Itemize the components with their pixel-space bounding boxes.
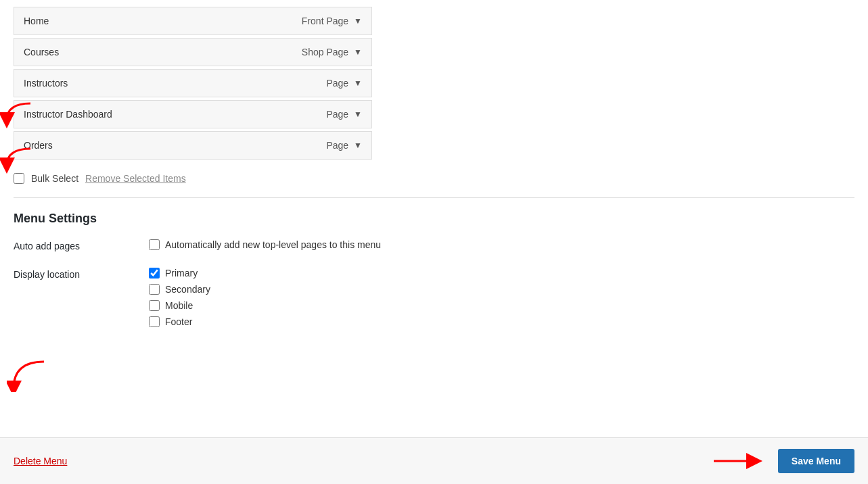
bulk-select-label: Bulk Select (31, 173, 78, 184)
display-location-row: Display location Primary Secondary Mobil… (14, 268, 854, 333)
remove-selected-button[interactable]: Remove Selected Items (85, 173, 186, 184)
auto-add-control: Automatically add new top-level pages to… (149, 239, 854, 256)
location-label-secondary[interactable]: Secondary (165, 284, 210, 295)
display-location-control: Primary Secondary Mobile Footer (149, 268, 854, 333)
location-checkbox-primary[interactable] (149, 268, 160, 279)
menu-item-right: Front Page ▼ (302, 16, 362, 26)
menu-item-label: Courses (24, 47, 59, 57)
menu-item-label: Instructors (24, 78, 68, 89)
bulk-select-checkbox[interactable] (14, 173, 24, 184)
location-checkbox-row: Footer (149, 316, 854, 327)
menu-item-right: Page ▼ (326, 140, 362, 151)
menu-item-type: Shop Page (302, 47, 348, 57)
menu-item-type: Page (326, 140, 348, 151)
menu-item-right: Shop Page ▼ (302, 47, 362, 57)
chevron-down-icon[interactable]: ▼ (354, 110, 362, 119)
chevron-down-icon[interactable]: ▼ (354, 47, 362, 57)
menu-settings-section: Menu Settings Auto add pages Automatical… (14, 212, 854, 333)
auto-add-label: Auto add pages (14, 239, 149, 251)
location-checkbox-row: Mobile (149, 300, 854, 311)
display-location-label: Display location (14, 268, 149, 280)
bulk-select-row: Bulk Select Remove Selected Items (14, 173, 854, 184)
location-checkbox-secondary[interactable] (149, 284, 160, 295)
location-checkbox-footer[interactable] (149, 316, 160, 327)
location-checkbox-row: Secondary (149, 284, 854, 295)
chevron-down-icon[interactable]: ▼ (354, 141, 362, 150)
location-label-mobile[interactable]: Mobile (165, 300, 193, 311)
menu-item-label: Instructor Dashboard (24, 109, 112, 120)
menu-item-type: Page (326, 78, 348, 89)
chevron-down-icon[interactable]: ▼ (354, 16, 362, 26)
menu-item-right: Page ▼ (326, 109, 362, 120)
menu-item-label: Orders (24, 140, 53, 151)
menu-item-label: Home (24, 16, 49, 26)
menu-item-right: Page ▼ (326, 78, 362, 89)
menu-settings-title: Menu Settings (14, 212, 854, 226)
section-divider (14, 197, 854, 198)
menu-items-list: Home Front Page ▼ Courses Shop Page ▼ In… (14, 7, 372, 160)
chevron-down-icon[interactable]: ▼ (354, 78, 362, 88)
menu-item[interactable]: Home Front Page ▼ (14, 7, 372, 35)
auto-add-pages-row: Auto add pages Automatically add new top… (14, 239, 854, 256)
menu-item[interactable]: Orders Page ▼ (14, 131, 372, 160)
auto-add-checkbox-row: Automatically add new top-level pages to… (149, 239, 854, 250)
menu-item[interactable]: Courses Shop Page ▼ (14, 38, 372, 66)
location-label-primary[interactable]: Primary (165, 268, 198, 279)
location-checkbox-mobile[interactable] (149, 300, 160, 311)
arrow-display-location (7, 358, 47, 392)
menu-item-type: Page (326, 109, 348, 120)
location-label-footer[interactable]: Footer (165, 316, 192, 327)
menu-item-type: Front Page (302, 16, 348, 26)
location-checkbox-row: Primary (149, 268, 854, 279)
menu-item[interactable]: Instructors Page ▼ (14, 69, 372, 97)
auto-add-description[interactable]: Automatically add new top-level pages to… (165, 239, 381, 250)
menu-item[interactable]: Instructor Dashboard Page ▼ (14, 100, 372, 128)
auto-add-checkbox[interactable] (149, 239, 160, 250)
